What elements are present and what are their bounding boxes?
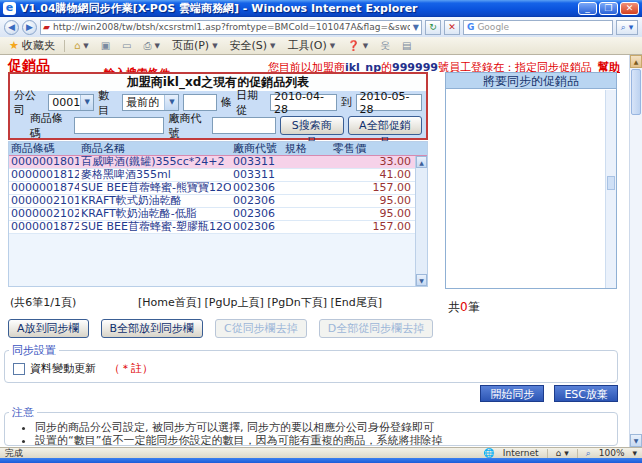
favorites-star-icon: ★ xyxy=(9,39,19,52)
url-dropdown-icon[interactable]: ▼ xyxy=(413,23,419,32)
col-price: 零售價 xyxy=(331,142,427,155)
printer-icon: ⎙ xyxy=(144,40,152,52)
safety-menu[interactable]: 安全(S)▼ xyxy=(227,37,279,54)
status-bar: 完成 🌐 Internet ⌂ ▾ ⌕ 100% ▾ xyxy=(0,447,642,458)
all-promos-button[interactable]: A全部促銷品 xyxy=(348,116,422,135)
table-row[interactable]: 0000001872531SUE BEE苜蓿蜂蜜-塑膠瓶12OZ00230615… xyxy=(9,221,415,234)
table-row[interactable]: 0000002102809KRAFT軟奶油乾酪-低脂00230695.00 xyxy=(9,208,415,221)
barcode-input[interactable] xyxy=(74,117,165,134)
stop-button[interactable]: ✕ xyxy=(444,20,460,35)
back-button[interactable]: ◀ xyxy=(4,20,19,35)
toolbar-separator xyxy=(64,40,65,52)
transfer-actions: A放到同步欄 B全部放到同步欄 C從同步欄去掉 D全部從同步欄去掉 xyxy=(8,319,433,338)
page-menu-label: 页面(P) xyxy=(172,38,209,53)
url-text[interactable]: http://win2008/tw/btsh/xcsrstml1.asp?fro… xyxy=(53,22,410,32)
product-list-header: 加盟商ikl_xd之現有的促銷品列表 xyxy=(10,74,426,91)
sync-settings-group: 同步設置 資料變動更新 （＊註） xyxy=(4,343,618,383)
count-select[interactable]: 最前的 ▼ xyxy=(122,94,179,111)
favorites-label: 收藏夹 xyxy=(22,38,55,53)
page-scrollbar[interactable]: ▲ ▼ xyxy=(629,55,642,447)
date-to-input[interactable]: 2010-05-28 xyxy=(356,94,422,111)
research-button[interactable]: ▤ xyxy=(399,39,414,52)
restore-button[interactable]: ❐ xyxy=(599,2,618,15)
search-box[interactable]: G Google xyxy=(463,20,613,35)
favorites-button[interactable]: ★ 收藏夹 xyxy=(6,37,58,54)
table-row[interactable]: 0000002101402KRAFT軟式奶油乾酪00230695.00 xyxy=(9,195,415,208)
main-actions: 開始同步 ESC放棄 xyxy=(480,385,618,402)
search-row-1: 分公司 0001 ▼ 數目 最前的 ▼ 條 日期從 2010-04-28 到 2… xyxy=(10,91,426,114)
count-value: 最前的 xyxy=(126,95,159,110)
zoom-dropdown-icon[interactable]: ▾ xyxy=(632,448,637,458)
count-input[interactable] xyxy=(183,94,217,111)
data-update-checkbox[interactable] xyxy=(13,363,25,375)
table-row[interactable]: 0000001801624百威啤酒(鐵罐)355cc*24+200331133.… xyxy=(9,156,415,169)
table-row[interactable]: 0000001812028麥格黑啤酒355ml00331141.00 xyxy=(9,169,415,182)
sync-list-box[interactable] xyxy=(446,90,605,288)
add-to-sync-button[interactable]: A放到同步欄 xyxy=(8,319,89,338)
tools-menu[interactable]: 工具(O)▼ xyxy=(285,37,339,54)
cancel-button[interactable]: ESC放棄 xyxy=(554,385,618,402)
scroll-down-icon[interactable]: ▼ xyxy=(630,434,642,447)
date-from-input[interactable]: 2010-04-28 xyxy=(270,94,336,111)
search-row-2: 商品條碼 廠商代號 S搜索商品 A全部促銷品 xyxy=(10,114,426,137)
table-row[interactable]: 0000001874034SUE BEE苜蓿蜂蜜-熊寶寶12OZ00230615… xyxy=(9,182,415,195)
col-name: 商品名稱 xyxy=(79,142,231,155)
protected-mode-icon: ⌂ ▾ xyxy=(556,448,569,458)
scroll-thumb[interactable] xyxy=(631,69,641,115)
url-box[interactable]: ▰ http://win2008/tw/btsh/xcsrstml1.asp?f… xyxy=(40,20,422,35)
vendor-input[interactable] xyxy=(212,117,276,134)
search-input[interactable]: Google xyxy=(477,22,509,32)
forward-button[interactable]: ▶ xyxy=(22,20,37,35)
close-button[interactable]: ✕ xyxy=(620,2,639,15)
messenger-button[interactable]: 웃 xyxy=(377,38,393,54)
home-icon: ⌂ xyxy=(74,40,80,51)
scroll-up-icon[interactable]: ▲ xyxy=(630,55,642,68)
start-sync-button[interactable]: 開始同步 xyxy=(480,385,544,402)
branch-select[interactable]: 0001 ▼ xyxy=(48,94,94,111)
scroll-thumb[interactable] xyxy=(607,176,615,190)
col-vendor: 廠商代號 xyxy=(231,142,283,155)
zoom-magnifier-icon[interactable]: ⌕ xyxy=(586,448,591,459)
count-label: 數目 xyxy=(98,88,118,118)
search-go-button[interactable]: ⌕ ▾ xyxy=(616,20,638,35)
browser-window: e V1.04購物網同步作業[X-POS 雲端商務網] - Windows In… xyxy=(0,0,642,463)
safety-menu-label: 安全(S) xyxy=(230,38,268,53)
note-mark: （＊註） xyxy=(109,361,153,376)
sync-settings-legend: 同步設置 xyxy=(9,343,59,358)
products-table: 商品條碼 商品名稱 廠商代號 規格 零售價 0000001801624百威啤酒(… xyxy=(8,141,428,287)
pagination-keys-hint: [Home首頁] [PgUp上頁] [PgDn下頁] [End尾頁] xyxy=(138,295,382,310)
notes-legend: 注意 xyxy=(9,405,37,420)
sync-list-scrollbar[interactable] xyxy=(605,90,616,288)
command-toolbar: ★ 收藏夹 ⌂▼ ▣ ▭ ⎙▼ 页面(P)▼ 安全(S)▼ 工具(O)▼ ❓▼ … xyxy=(0,37,642,55)
date-to-label: 到 xyxy=(341,95,352,110)
scroll-up-icon[interactable]: ▲ xyxy=(416,156,427,168)
data-update-label: 資料變動更新 xyxy=(30,361,96,376)
windows-taskbar[interactable] xyxy=(0,458,642,463)
zoom-level[interactable]: 100% xyxy=(599,448,625,458)
search-products-button[interactable]: S搜索商品 xyxy=(280,116,344,135)
note-item: 同步的商品分公司設定, 被同步方可以選擇, 同步方的要以相應分公司身份登錄即可 xyxy=(35,421,617,434)
table-body: 0000001801624百威啤酒(鐵罐)355cc*24+200331133.… xyxy=(9,156,415,286)
table-scrollbar[interactable]: ▲ ▼ xyxy=(415,156,427,286)
person-icon: 웃 xyxy=(380,39,390,53)
feeds-button[interactable]: ▣ xyxy=(98,39,113,52)
scroll-down-icon[interactable]: ▼ xyxy=(416,274,427,286)
remove-all-from-sync-button: D全部從同步欄去掉 xyxy=(319,319,433,338)
ie-logo-icon: e xyxy=(3,2,16,15)
print-button[interactable]: ⎙▼ xyxy=(141,39,163,53)
statusbar-separator xyxy=(577,449,578,458)
home-button[interactable]: ⌂▼ xyxy=(71,39,92,52)
help-menu[interactable]: ❓▼ xyxy=(344,39,371,52)
page-menu[interactable]: 页面(P)▼ xyxy=(169,37,221,54)
chevron-down-icon: ▼ xyxy=(80,95,93,110)
add-all-to-sync-button[interactable]: B全部放到同步欄 xyxy=(101,319,204,338)
sync-list-panel: 將要同步的促銷品 xyxy=(445,72,617,289)
feed-icon: ▣ xyxy=(101,40,110,51)
branch-value: 0001 xyxy=(52,96,80,109)
minimize-button[interactable]: _ xyxy=(578,2,597,15)
mail-button[interactable]: ▭ xyxy=(119,39,134,52)
address-bar: ◀ ▶ ▰ http://win2008/tw/btsh/xcsrstml1.a… xyxy=(0,17,642,37)
col-barcode: 商品條碼 xyxy=(9,142,79,155)
refresh-button[interactable]: ↻ xyxy=(425,20,441,35)
barcode-label: 商品條碼 xyxy=(30,111,70,141)
